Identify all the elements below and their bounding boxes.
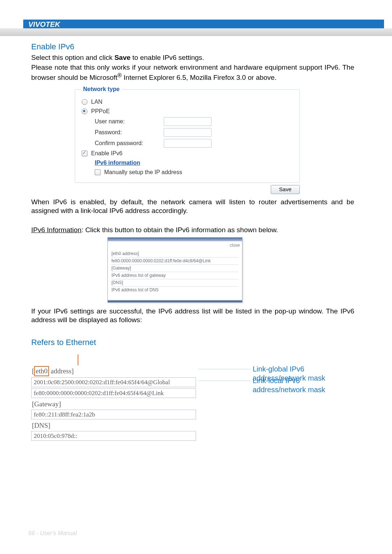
password-label: Password: (95, 129, 164, 136)
popup-gateway-header: [Gateway] (111, 265, 238, 272)
callout-connector-1 (198, 369, 251, 369)
page-footer: 66 - User's Manual (28, 530, 77, 537)
popup-eth0-addr: fe80:0000:0000:0000:0202:d1ff:fe0e:d4c8/… (111, 258, 238, 265)
dns-address: 2010:05c0:978d:: (31, 431, 196, 441)
username-label: User name: (95, 118, 164, 125)
callout-local: Link-local IPv6 address/network mask (253, 376, 354, 394)
confirm-password-input[interactable] (164, 139, 212, 148)
manual-ip-checkbox[interactable] (95, 169, 101, 175)
red-pointer-line (78, 354, 78, 365)
password-input[interactable] (164, 128, 212, 137)
section-title: Enable IPv6 (31, 42, 354, 52)
ipv6-info-instruction: IPv6 Information: Click this button to o… (31, 226, 354, 234)
enable-ipv6-checkbox[interactable] (82, 151, 87, 156)
ipv6-information-link[interactable]: IPv6 information (95, 159, 140, 167)
enable-ipv6-label: Enable IPv6 (91, 150, 122, 157)
popup-dns-header: [DNS] (111, 279, 238, 287)
callout-connector-2 (198, 381, 251, 381)
network-type-panel: Network type LAN PPPoE User name: Passwo… (75, 89, 300, 183)
popup-dns-list: IPv6 address list of DNS (111, 287, 238, 294)
ipv6-info-popup: close [eth0 address] fe80:0000:0000:0000… (107, 237, 242, 303)
radio-pppoe-label: PPPoE (91, 108, 110, 115)
eth0-global-address: 2001:0c08:2500:0002:0202:d1ff:fe04:65f4/… (31, 377, 196, 387)
intro-line-2: Please note that this only works if your… (31, 63, 354, 82)
intro-line-1: Select this option and click Save to ena… (31, 53, 354, 62)
popup-close-link[interactable]: close (108, 241, 242, 248)
header-divider (0, 28, 392, 36)
radio-lan-label: LAN (91, 98, 102, 106)
gateway-header: [Gateway] (31, 399, 354, 409)
username-input[interactable] (164, 117, 212, 126)
panel-legend: Network type (81, 86, 122, 93)
ethernet-address-diagram: [eth0 address] 2001:0c08:2500:0002:0202:… (31, 354, 354, 441)
dns-header: [DNS] (31, 420, 354, 430)
refers-to-ethernet-heading: Refers to Ethernet (31, 337, 354, 348)
popup-eth0-header: [eth0 address] (111, 250, 238, 258)
manual-ip-label: Manually setup the IP address (104, 169, 182, 176)
radio-lan[interactable] (82, 99, 87, 105)
confirm-password-label: Confirm password: (95, 140, 164, 147)
save-button[interactable]: Save (271, 185, 300, 194)
gateway-address: fe80::211:d8ff:fea2:1a2b (31, 410, 196, 419)
popup-gateway-list: IPv6 address list of gateway (111, 272, 238, 279)
radio-pppoe[interactable] (82, 108, 87, 114)
ipv6-default-note: When IPv6 is enabled, by default, the ne… (31, 198, 354, 215)
brand-label: VIVOTEK (23, 20, 384, 29)
eth0-link-address: fe80:0000:0000:0000:0202:d1ff:fe04:65f4/… (31, 388, 196, 398)
ipv6-success-note: If your IPv6 settings are successful, th… (31, 307, 354, 324)
